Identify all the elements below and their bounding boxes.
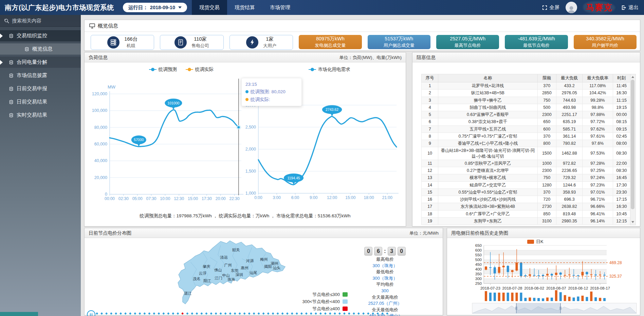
slider-dot[interactable]: ◆ <box>124 311 127 316</box>
sidebar-search[interactable]: 搜索相关内容 <box>0 15 81 27</box>
slider-dot[interactable]: ◆ <box>186 311 188 316</box>
nav-tab-0[interactable]: 现货交易 <box>192 0 227 15</box>
stat-card-5[interactable]: 2527.05元/MWh最高节点电价 <box>436 35 499 49</box>
slider-dot[interactable]: ◆ <box>348 311 350 316</box>
logout-button[interactable]: 退出 <box>621 4 639 11</box>
slider-dot[interactable]: ◆ <box>119 311 122 316</box>
stat-value[interactable]: 300 <box>353 288 417 294</box>
slider-dot[interactable]: ◆ <box>191 311 193 316</box>
table-row[interactable]: 150.55*汕金甲+0.55*汕金乙+官邹370358.9397.01%23:… <box>422 189 630 196</box>
slider-dot[interactable]: ◆ <box>281 311 284 316</box>
table-row[interactable]: 16沙则甲线+沙则乙线+沙则丙线720696.396.71%17:15 <box>422 196 630 203</box>
scrollbar-thumb[interactable] <box>631 80 634 209</box>
brush-handle-grip[interactable] <box>516 307 517 310</box>
navigator-brush[interactable] <box>516 303 560 313</box>
candle[interactable] <box>559 272 562 279</box>
slider-dot[interactable]: ◆ <box>324 311 327 316</box>
slider-dot[interactable]: ◆ <box>196 311 198 316</box>
table-row[interactable]: 9香迪甲乙线+仁小甲乙线+隆小线800780.8297.6%08:00 <box>422 140 630 147</box>
slider-dot[interactable]: ◆ <box>357 311 360 316</box>
avatar[interactable] <box>566 2 577 13</box>
slider-dot[interactable]: ◆ <box>243 311 245 316</box>
table-row[interactable]: 110.85*崇秋甲乙+崇风甲乙1000972.8297.28%22:00 <box>422 160 630 167</box>
slider-dot[interactable]: ◆ <box>248 311 251 316</box>
stat-card-2[interactable]: 1家大用户 <box>229 35 293 50</box>
table-row[interactable]: 7五开甲线+五开乙线600585.7197.62%09:15 <box>422 125 630 133</box>
stat-value[interactable]: 300（珠海） <box>353 275 417 282</box>
slider-dot[interactable]: ◆ <box>286 311 289 316</box>
scroll-up-icon[interactable] <box>631 76 634 78</box>
table-row[interactable]: 10香山站1B+2B+3B-德隆可切-迪光可切-浪网可切-同益-小榄-逸仙可切1… <box>422 147 630 160</box>
pause-button[interactable] <box>87 310 95 316</box>
slider-dot[interactable]: ◆ <box>310 311 312 316</box>
slider-dot[interactable]: ◆ <box>181 311 184 316</box>
fullscreen-button[interactable]: 全屏 <box>542 4 559 11</box>
slider-dot[interactable]: ◆ <box>215 311 217 316</box>
slider-dot[interactable]: ◆ <box>376 311 379 316</box>
slider-dot[interactable]: ◆ <box>362 311 365 316</box>
slider-dot[interactable]: ◆ <box>329 311 331 316</box>
slider-dot[interactable]: ◆ <box>300 311 303 316</box>
slider-dot[interactable]: ◆ <box>139 311 141 316</box>
table-row[interactable]: 2纵江站3B+4B+5B28502976.05104.42%16:30 <box>422 90 630 97</box>
table-row[interactable]: 17东方换流站2B+3B+紫荆站4B27302638.8296.66%16:30 <box>422 203 630 210</box>
candle[interactable] <box>494 265 496 279</box>
slider-dot[interactable]: ◆ <box>110 311 112 316</box>
candle[interactable] <box>520 262 522 278</box>
sidebar-item-1[interactable]: 概览信息 <box>0 43 81 55</box>
slider-dot[interactable]: ◆ <box>291 311 293 316</box>
slider-dot[interactable]: ◆ <box>386 311 388 316</box>
sidebar-item-6[interactable]: 实时交易结果 <box>0 110 81 121</box>
table-row[interactable]: 180.6*广厚甲乙+广化甲乙850819.4896.41%10:45 <box>422 210 630 217</box>
slider-dot[interactable]: ◆ <box>205 311 207 316</box>
sidebar-item-4[interactable]: 日前交易申报 <box>0 83 81 94</box>
brush-handle-grip[interactable] <box>560 307 562 310</box>
candle[interactable] <box>524 274 527 278</box>
slider-dot[interactable]: ◆ <box>158 311 160 316</box>
slider-dot[interactable]: ◆ <box>153 311 155 316</box>
candle[interactable] <box>586 271 588 279</box>
slider-dot[interactable]: ◆ <box>134 311 136 316</box>
slider-dot[interactable]: ◆ <box>277 311 279 316</box>
table-row[interactable]: 120.27*楚穗直流+北增甲23002236.6597.25%08:30 <box>422 167 630 174</box>
slider-dot[interactable]: ◆ <box>100 311 103 316</box>
scroll-down-icon[interactable] <box>631 221 634 223</box>
slider-dot[interactable]: ◆ <box>367 311 369 316</box>
slider-dot[interactable]: ◆ <box>234 311 236 316</box>
slider-dot[interactable]: ◆ <box>148 311 150 316</box>
slider-dot[interactable]: ◆ <box>381 311 384 316</box>
run-date-select[interactable]: 运行日： 2018-09-10 <box>123 3 187 12</box>
stat-card-3[interactable]: 80975万kWh发电侧总成交量 <box>299 35 362 49</box>
table-row[interactable]: 50.63*蓝狮甲乙+香顺甲23002251.1797.88%00:00 <box>422 111 630 118</box>
slider-dot[interactable]: ◆ <box>115 311 117 316</box>
slider-dot[interactable]: ◆ <box>338 311 341 316</box>
slider-dot[interactable]: ◆ <box>129 311 131 316</box>
slider-dot[interactable]: ◆ <box>372 311 374 316</box>
slider-dot[interactable]: ◆ <box>343 311 346 316</box>
table-row[interactable]: 60.38*崇文站3B+霞千650635.1997.72%08:15 <box>422 118 630 125</box>
slider-dot[interactable]: ◆ <box>267 311 270 316</box>
slider-dot[interactable]: ◆ <box>143 311 146 316</box>
slider-dot[interactable]: ◆ <box>315 311 317 316</box>
stat-card-1[interactable]: 110家售电公司 <box>160 35 223 50</box>
stat-card-0[interactable]: 166台机组 <box>91 35 154 50</box>
slider-dot[interactable]: ◆ <box>200 311 203 316</box>
slider-dot[interactable]: ◆ <box>334 311 336 316</box>
slider-dot[interactable]: ◆ <box>253 311 255 316</box>
table-row[interactable]: 80.75*厂濠甲+0.75*厂濠乙+官邹370361.1497.61%02:4… <box>422 133 630 140</box>
slider-dot[interactable]: ◆ <box>296 311 298 316</box>
table-row[interactable]: 3狮牛甲+狮牛乙750744.6399.28%11:15 <box>422 97 630 104</box>
candle-legend-swatch[interactable] <box>527 240 534 244</box>
nav-tab-1[interactable]: 现货结算 <box>227 0 262 15</box>
slider-dot[interactable]: ◆ <box>96 311 98 316</box>
nav-tab-2[interactable]: 市场管理 <box>262 0 298 15</box>
table-row[interactable]: 19东荆甲+东荆乙31002980.3596.14%12:15 <box>422 217 630 224</box>
sidebar-item-2[interactable]: 合同电量分解 <box>0 57 81 68</box>
slider-dot[interactable]: ◆ <box>224 311 226 316</box>
stat-card-7[interactable]: 340.3582元/MWh用户侧平均价 <box>574 35 637 49</box>
time-slider[interactable]: ◆◆◆◆◆◆◆◆◆◆◆◆◆◆◆◆◆◆◆◆◆◆◆◆◆◆◆◆◆◆◆◆◆◆◆◆◆◆◆◆… <box>96 311 388 316</box>
table-scrollbar[interactable] <box>630 74 636 225</box>
slider-dot[interactable]: ◆ <box>272 311 274 316</box>
slider-dot[interactable]: ◆ <box>172 311 174 316</box>
slider-dot[interactable]: ◆ <box>258 311 260 316</box>
